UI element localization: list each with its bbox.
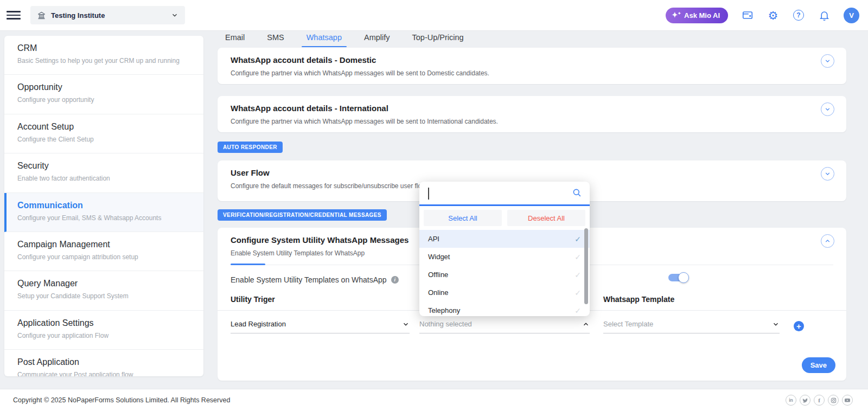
chevron-down-icon [772, 320, 780, 328]
add-row-button[interactable]: + [794, 321, 804, 331]
sidebar-item-title: CRM [17, 43, 190, 53]
institute-bank-icon [37, 11, 46, 20]
wallet-icon[interactable] [742, 9, 754, 21]
enable-templates-label: Enable System Utility Templates on Whats… [231, 275, 387, 284]
check-icon: ✓ [575, 253, 581, 261]
utility-trigger-value: Lead Registration [231, 320, 286, 328]
dropdown-option-widget[interactable]: Widget✓ [419, 248, 590, 266]
copyright-text: Copyright © 2025 NoPaperForms Solutions … [13, 396, 230, 404]
sidebar-item-post-application[interactable]: Post Application Communicate your Post a… [4, 350, 203, 376]
tab-top-up-pricing[interactable]: Top-Up/Pricing [412, 33, 464, 47]
sidebar-item-crm[interactable]: CRM Basic Settings to help you get your … [4, 36, 203, 75]
dropdown-option-online[interactable]: Online✓ [419, 284, 590, 301]
help-icon[interactable]: ? [793, 9, 805, 21]
search-icon [572, 188, 582, 198]
check-icon: ✓ [575, 306, 581, 315]
info-icon[interactable]: i [391, 276, 399, 284]
sparkle-icon: ✦✦ [672, 11, 681, 18]
top-header: Testing Institute ✦✦ Ask Mio AI ⚙ ? V [0, 0, 868, 31]
settings-sidebar: CRM Basic Settings to help you get your … [4, 36, 203, 376]
dropdown-scrollbar[interactable] [584, 228, 588, 304]
sidebar-item-application-settings[interactable]: Application Settings Configure your appl… [4, 311, 203, 350]
dropdown-search-input[interactable] [419, 182, 590, 206]
card-title: User Flow [231, 168, 833, 177]
text-caret [428, 188, 429, 200]
sidebar-item-title: Post Application [17, 357, 190, 367]
facebook-icon[interactable]: f [814, 395, 825, 406]
expand-chevron-down-icon[interactable] [821, 102, 834, 116]
institute-name: Testing Institute [51, 11, 105, 20]
sidebar-item-subtitle: Communicate your Post application flow [17, 371, 190, 376]
expand-chevron-down-icon[interactable] [821, 54, 834, 68]
chevron-down-icon [402, 320, 410, 328]
sidebar-item-subtitle: Configure your Email, SMS & Whatsapp Acc… [17, 214, 190, 222]
source-multiselect[interactable]: Nothing selected [419, 320, 590, 333]
template-placeholder: Select Template [603, 320, 653, 328]
expand-chevron-down-icon[interactable] [821, 167, 834, 181]
sidebar-item-title: Query Manager [17, 279, 190, 288]
verification-messages-badge: VERIFICATION/REGISTRATION/CREDENTIAL MES… [218, 209, 387, 221]
utility-trigger-column-header: Utility Triger [231, 295, 275, 304]
card-title: WhatsApp account details - Domestic [231, 55, 833, 65]
sidebar-item-query-manager[interactable]: Query Manager Setup your Candidate Suppo… [4, 271, 203, 310]
sidebar-item-title: Opportunity [17, 82, 190, 92]
institute-selector[interactable]: Testing Institute [30, 6, 185, 24]
linkedin-icon[interactable]: in [786, 395, 796, 406]
whatsapp-template-column-header: Whatsapp Template [603, 295, 674, 304]
sidebar-item-communication[interactable]: Communication Configure your Email, SMS … [4, 193, 203, 232]
sidebar-item-subtitle: Enable two factor authentication [17, 175, 190, 182]
sidebar-item-account-setup[interactable]: Account Setup Configure the Client Setup [4, 114, 203, 153]
sidebar-item-title: Application Settings [17, 318, 190, 328]
notifications-bell-icon[interactable] [818, 9, 830, 21]
dropdown-option-api[interactable]: API✓ [419, 230, 590, 248]
save-button[interactable]: Save [802, 357, 835, 373]
card-subtitle: Configure the partner via which WhatsApp… [231, 69, 833, 77]
tab-amplify[interactable]: Amplify [364, 33, 390, 47]
card-title: WhatsApp account details - International [231, 104, 833, 113]
hamburger-menu-icon[interactable] [7, 9, 21, 22]
twitter-icon[interactable] [800, 395, 810, 406]
settings-gear-icon[interactable]: ⚙ [767, 9, 779, 21]
sidebar-item-title: Security [17, 161, 190, 171]
card-whatsapp-domestic: WhatsApp account details - Domestic Conf… [218, 48, 846, 84]
sidebar-item-subtitle: Basic Settings to help you get your CRM … [17, 57, 190, 65]
youtube-icon[interactable] [842, 395, 853, 406]
tab-sms[interactable]: SMS [267, 33, 284, 47]
tab-email[interactable]: Email [225, 33, 245, 47]
chevron-up-icon [582, 320, 590, 328]
sidebar-item-subtitle: Configure the Client Setup [17, 136, 190, 143]
option-label: Widget [428, 253, 450, 261]
sidebar-item-title: Communication [17, 201, 190, 210]
dropdown-option-offline[interactable]: Offline✓ [419, 266, 590, 284]
sidebar-item-opportunity[interactable]: Opportunity Configure your opportunity [4, 75, 203, 114]
auto-responder-badge: AUTO RESPONDER [218, 142, 283, 153]
card-whatsapp-international: WhatsApp account details - International… [218, 96, 846, 132]
option-label: Telephony [428, 306, 460, 314]
sidebar-item-title: Account Setup [17, 122, 190, 132]
whatsapp-template-select[interactable]: Select Template [603, 320, 780, 333]
collapse-chevron-up-icon[interactable] [821, 234, 834, 248]
option-label: Offline [428, 271, 448, 279]
enable-templates-toggle[interactable] [668, 274, 687, 281]
deselect-all-button[interactable]: Deselect All [507, 210, 585, 226]
check-icon: ✓ [575, 271, 581, 279]
sidebar-item-subtitle: Setup your Candidate Support System [17, 292, 190, 300]
sidebar-item-security[interactable]: Security Enable two factor authenticatio… [4, 153, 203, 192]
option-label: Online [428, 288, 449, 297]
instagram-icon[interactable] [828, 395, 839, 406]
source-placeholder: Nothing selected [419, 320, 472, 328]
sidebar-item-subtitle: Configure your application Flow [17, 332, 190, 339]
sidebar-item-title: Campaign Management [17, 240, 190, 249]
ask-mio-ai-button[interactable]: ✦✦ Ask Mio AI [666, 8, 728, 23]
check-icon: ✓ [575, 288, 581, 297]
utility-trigger-select[interactable]: Lead Registration [231, 320, 410, 333]
dropdown-option-telephony[interactable]: Telephony✓ [419, 301, 590, 316]
user-avatar[interactable]: V [844, 8, 859, 23]
tab-whatsapp[interactable]: Whatsapp [307, 33, 342, 47]
sidebar-item-subtitle: Configure your campaign attribution setu… [17, 253, 190, 261]
select-all-button[interactable]: Select All [424, 210, 502, 226]
sidebar-item-subtitle: Configure your opportunity [17, 96, 190, 104]
check-icon: ✓ [575, 235, 581, 243]
channel-tabs: Email SMS Whatsapp Amplify Top-Up/Pricin… [225, 33, 464, 47]
sidebar-item-campaign-management[interactable]: Campaign Management Configure your campa… [4, 232, 203, 271]
